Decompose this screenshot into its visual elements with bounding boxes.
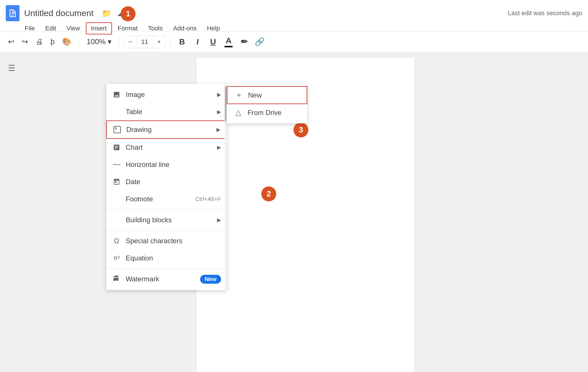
insert-watermark[interactable]: Watermark New — [106, 270, 227, 288]
svg-rect-3 — [113, 164, 120, 165]
bold-button[interactable]: B — [176, 36, 188, 48]
insert-image-label: Image — [126, 91, 212, 99]
toolbar: ↩ ↪ 🖨 þ 🎨 100% ▾ − 11 + B I U A ✏ 🔗 — [0, 32, 588, 52]
image-icon — [112, 90, 121, 99]
footnote-icon — [112, 194, 121, 204]
highlight-button[interactable]: ✏ — [238, 36, 250, 48]
toolbar-divider-3 — [170, 36, 171, 48]
title-row: Untitled document 1 📁 ☁ Last edit was se… — [0, 0, 588, 22]
table-icon — [112, 107, 121, 116]
insert-equation[interactable]: π² Equation — [106, 250, 227, 267]
left-sidebar: ☰ — [0, 52, 23, 372]
insert-building-blocks[interactable]: Building blocks ▶ — [106, 211, 227, 229]
insert-special-characters[interactable]: Ω Special characters — [106, 232, 227, 250]
date-icon — [112, 177, 121, 186]
insert-table[interactable]: Table 2 ▶ — [106, 103, 227, 120]
print-button[interactable]: 🖨 — [33, 36, 45, 48]
redo-button[interactable]: ↪ — [20, 36, 30, 48]
main-area: ☰ Image ▶ Table 2 — [0, 52, 588, 372]
text-color-button[interactable]: A — [222, 36, 235, 48]
text-color-bar — [225, 46, 233, 47]
drawing-from-drive[interactable]: △ From Drive — [227, 104, 307, 121]
menu-tools[interactable]: Tools — [143, 23, 167, 34]
menu-edit[interactable]: Edit — [40, 23, 61, 34]
last-edit-text: Last edit was seconds ago — [508, 9, 582, 17]
insert-building-blocks-label: Building blocks — [126, 216, 212, 224]
menu-divider-3 — [106, 268, 227, 269]
menu-bar: File Edit View Insert Format Tools Add-o… — [0, 22, 588, 34]
insert-date-label: Date — [126, 178, 221, 186]
insert-special-chars-label: Special characters — [126, 237, 221, 245]
insert-date[interactable]: Date — [106, 173, 227, 190]
insert-drawing[interactable]: Drawing ▶ — [106, 120, 227, 139]
menu-format[interactable]: Format — [113, 23, 142, 34]
insert-hline-label: Horizontal line — [126, 161, 221, 169]
font-size-increase[interactable]: + — [153, 36, 165, 48]
italic-button[interactable]: I — [191, 36, 204, 48]
insert-dropdown: Image ▶ Table 2 ▶ — [106, 84, 227, 290]
menu-insert[interactable]: Insert — [86, 22, 112, 34]
insert-watermark-label: Watermark — [126, 275, 192, 283]
drawing-submenu: + New △ From Drive — [227, 84, 307, 123]
title-icons: 📁 ☁ — [102, 9, 125, 18]
menu-divider-1 — [106, 209, 227, 210]
paint-format-button[interactable]: 🎨 — [60, 36, 74, 48]
chart-arrow: ▶ — [217, 144, 221, 151]
drive-icon: △ — [234, 108, 243, 117]
menu-help[interactable]: Help — [202, 23, 225, 34]
document-title[interactable]: Untitled document — [24, 8, 94, 18]
menu-scrollbar-thumb — [225, 87, 227, 121]
hline-icon — [112, 160, 121, 169]
insert-horizontal-line[interactable]: Horizontal line — [106, 156, 227, 173]
toolbar-divider-2 — [119, 36, 119, 48]
font-size-value[interactable]: 11 — [136, 36, 153, 48]
zoom-dropdown[interactable]: 100% ▾ — [84, 36, 114, 48]
link-button[interactable]: 🔗 — [253, 36, 266, 48]
watermark-new-badge: New — [200, 275, 221, 284]
menu-file[interactable]: File — [20, 23, 39, 34]
insert-chart-label: Chart — [126, 143, 212, 151]
drawing-arrow: ▶ — [216, 126, 220, 133]
drawing-from-drive-label: From Drive — [247, 109, 282, 117]
menu-view[interactable]: View — [62, 23, 84, 34]
insert-chart[interactable]: Chart ▶ — [106, 139, 227, 156]
chart-icon — [112, 143, 121, 152]
building-blocks-icon — [112, 215, 121, 225]
menu-divider-2 — [106, 230, 227, 231]
outline-icon[interactable]: ☰ — [4, 61, 19, 75]
insert-equation-label: Equation — [126, 254, 221, 262]
toolbar-divider-1 — [79, 36, 79, 48]
font-size-control: − 11 + — [124, 36, 165, 48]
menu-scrollbar — [225, 84, 227, 290]
insert-image[interactable]: Image ▶ — [106, 86, 227, 103]
font-size-decrease[interactable]: − — [125, 36, 136, 48]
insert-footnote[interactable]: Footnote Ctrl+Alt+F — [106, 190, 227, 208]
plus-icon: + — [234, 91, 243, 100]
table-arrow: ▶ — [217, 109, 221, 115]
insert-drawing-label: Drawing — [126, 126, 212, 134]
underline-button[interactable]: U — [207, 36, 219, 48]
insert-table-label: Table — [126, 108, 212, 116]
pi-icon: π² — [112, 254, 121, 263]
spell-check-button[interactable]: þ — [48, 36, 57, 48]
watermark-icon — [112, 274, 121, 284]
doc-canvas: Image ▶ Table 2 ▶ — [23, 52, 588, 372]
drawing-new[interactable]: + New — [227, 86, 307, 104]
menu-addons[interactable]: Add-ons — [169, 23, 201, 34]
cloud-icon[interactable]: ☁ — [117, 9, 125, 18]
insert-footnote-label: Footnote — [126, 195, 191, 203]
footnote-shortcut: Ctrl+Alt+F — [195, 196, 221, 202]
building-blocks-arrow: ▶ — [217, 217, 221, 223]
omega-icon: Ω — [112, 236, 121, 246]
folder-icon[interactable]: 📁 — [102, 9, 112, 18]
doc-icon — [6, 5, 20, 21]
image-arrow: ▶ — [217, 91, 221, 98]
svg-rect-0 — [114, 126, 120, 133]
drawing-icon — [113, 125, 122, 134]
drawing-new-label: New — [248, 91, 262, 99]
svg-point-2 — [115, 128, 117, 129]
top-bar: Untitled document 1 📁 ☁ Last edit was se… — [0, 0, 588, 32]
undo-button[interactable]: ↩ — [6, 36, 17, 48]
